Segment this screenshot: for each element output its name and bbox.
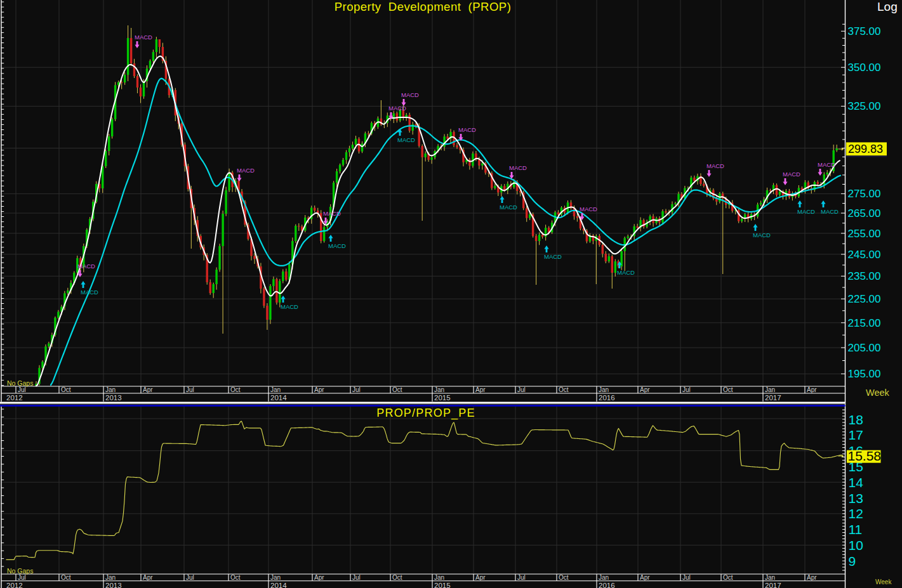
svg-text:350.00: 350.00 xyxy=(848,62,881,74)
svg-text:225.00: 225.00 xyxy=(848,293,881,305)
svg-text:195.00: 195.00 xyxy=(848,368,881,380)
svg-text:11: 11 xyxy=(849,522,863,537)
svg-text:2012: 2012 xyxy=(6,582,23,588)
svg-text:Log: Log xyxy=(877,0,898,13)
svg-text:MACD: MACD xyxy=(135,34,152,41)
svg-text:2014: 2014 xyxy=(270,394,287,402)
svg-text:Apr: Apr xyxy=(475,574,486,581)
svg-text:Jan: Jan xyxy=(105,386,116,393)
svg-text:Jan: Jan xyxy=(270,386,281,393)
svg-text:Apr: Apr xyxy=(143,386,153,393)
svg-text:Oct: Oct xyxy=(230,386,241,393)
svg-text:Property Development (PROP): Property Development (PROP) xyxy=(335,0,512,13)
svg-text:Jan: Jan xyxy=(105,574,116,581)
svg-text:MACD: MACD xyxy=(281,303,298,310)
svg-text:Jul: Jul xyxy=(352,386,361,393)
svg-text:Jan: Jan xyxy=(270,574,281,581)
svg-text:2012: 2012 xyxy=(6,394,23,402)
svg-text:2014: 2014 xyxy=(270,582,287,588)
svg-text:MACD: MACD xyxy=(509,164,527,171)
svg-text:375.00: 375.00 xyxy=(848,25,881,37)
svg-text:No Gaps: No Gaps xyxy=(7,379,33,387)
svg-text:Jul: Jul xyxy=(517,386,526,393)
svg-text:Oct: Oct xyxy=(723,574,733,581)
svg-text:14: 14 xyxy=(849,475,864,490)
svg-text:MACD: MACD xyxy=(500,204,517,211)
svg-text:Oct: Oct xyxy=(230,574,241,581)
svg-text:18: 18 xyxy=(849,412,863,427)
svg-text:Jul: Jul xyxy=(186,574,194,581)
svg-text:Jul: Jul xyxy=(186,386,194,393)
svg-text:Oct: Oct xyxy=(392,386,402,393)
svg-text:MACD: MACD xyxy=(753,232,771,238)
svg-text:2013: 2013 xyxy=(105,582,122,588)
svg-text:275.00: 275.00 xyxy=(848,188,881,200)
svg-text:MACD: MACD xyxy=(706,162,724,169)
svg-text:2017: 2017 xyxy=(765,582,781,588)
svg-text:2013: 2013 xyxy=(105,394,122,402)
svg-text:Jul: Jul xyxy=(352,574,361,581)
svg-text:Jan: Jan xyxy=(434,386,444,393)
svg-text:MACD: MACD xyxy=(580,206,597,212)
svg-text:325.00: 325.00 xyxy=(848,100,881,112)
svg-text:MACD: MACD xyxy=(81,289,98,296)
svg-text:215.00: 215.00 xyxy=(848,317,881,329)
svg-text:Jan: Jan xyxy=(599,386,609,393)
svg-text:MACD: MACD xyxy=(818,161,835,168)
svg-text:Jan: Jan xyxy=(765,386,775,393)
svg-text:255.00: 255.00 xyxy=(848,228,881,240)
svg-text:Jan: Jan xyxy=(765,574,775,581)
svg-text:MACD: MACD xyxy=(237,167,255,174)
svg-text:Week: Week xyxy=(875,578,892,585)
svg-text:Week: Week xyxy=(866,388,890,398)
svg-text:MACD: MACD xyxy=(328,242,346,249)
svg-text:MACD: MACD xyxy=(401,91,419,98)
svg-text:Oct: Oct xyxy=(392,574,402,581)
svg-text:Oct: Oct xyxy=(559,574,569,581)
svg-text:Apr: Apr xyxy=(314,386,324,393)
svg-text:MACD: MACD xyxy=(783,171,800,178)
svg-text:Jul: Jul xyxy=(18,386,26,393)
svg-text:Jul: Jul xyxy=(18,574,26,581)
svg-text:Apr: Apr xyxy=(640,386,650,393)
svg-text:Oct: Oct xyxy=(559,386,569,393)
svg-text:MACD: MACD xyxy=(77,263,95,270)
svg-text:Apr: Apr xyxy=(807,386,817,393)
svg-text:Jan: Jan xyxy=(599,574,609,581)
svg-text:17: 17 xyxy=(849,428,863,442)
svg-text:MACD: MACD xyxy=(544,253,562,260)
svg-text:10: 10 xyxy=(849,538,863,552)
svg-text:MACD: MACD xyxy=(821,208,839,215)
svg-text:Apr: Apr xyxy=(475,386,486,393)
svg-text:205.00: 205.00 xyxy=(848,342,881,354)
svg-text:265.00: 265.00 xyxy=(848,207,881,219)
svg-text:2015: 2015 xyxy=(434,394,451,402)
svg-text:MACD: MACD xyxy=(323,210,341,217)
svg-text:MACD: MACD xyxy=(797,208,815,215)
svg-text:2015: 2015 xyxy=(434,582,451,588)
svg-text:PROP/PROP_PE: PROP/PROP_PE xyxy=(376,407,475,420)
svg-text:No Gaps: No Gaps xyxy=(7,567,33,575)
svg-text:2016: 2016 xyxy=(599,582,615,588)
svg-text:299.83: 299.83 xyxy=(848,143,883,155)
svg-text:Apr: Apr xyxy=(807,574,817,581)
svg-text:2016: 2016 xyxy=(599,394,615,402)
svg-text:235.00: 235.00 xyxy=(848,270,881,282)
svg-text:Jul: Jul xyxy=(517,574,526,581)
svg-text:Oct: Oct xyxy=(723,386,733,393)
svg-text:12: 12 xyxy=(849,506,863,521)
svg-text:MACD: MACD xyxy=(617,269,635,276)
svg-text:245.00: 245.00 xyxy=(848,249,881,261)
svg-text:Jul: Jul xyxy=(682,574,691,581)
svg-text:15.58: 15.58 xyxy=(848,448,882,463)
svg-text:Apr: Apr xyxy=(143,574,153,581)
svg-text:Apr: Apr xyxy=(640,574,650,581)
svg-text:MACD: MACD xyxy=(397,136,415,143)
svg-text:Jan: Jan xyxy=(434,574,444,581)
svg-text:Apr: Apr xyxy=(314,574,324,581)
svg-text:MACD: MACD xyxy=(458,126,476,133)
svg-text:Oct: Oct xyxy=(61,574,71,581)
svg-text:9: 9 xyxy=(849,554,856,568)
svg-text:2017: 2017 xyxy=(765,394,781,402)
svg-text:Jul: Jul xyxy=(682,386,691,393)
